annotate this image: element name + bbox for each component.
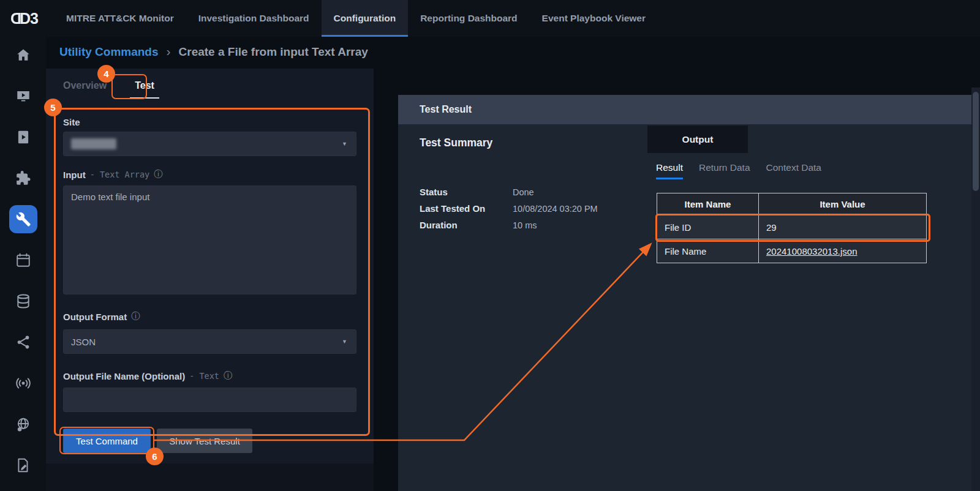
top-nav-items: MITRE ATT&CK Monitor Investigation Dashb… bbox=[54, 0, 658, 37]
table-row-file-id: File ID 29 bbox=[657, 216, 927, 239]
monitor-play-icon bbox=[15, 88, 31, 104]
duration-label: Duration bbox=[420, 220, 513, 230]
page-title: Create a File from input Text Array bbox=[179, 45, 368, 59]
subtab-context-data[interactable]: Context Data bbox=[766, 162, 821, 179]
vertical-scrollbar-thumb[interactable] bbox=[973, 92, 979, 191]
sidebar-item-database[interactable] bbox=[9, 287, 37, 315]
tab-test[interactable]: Test bbox=[130, 77, 159, 99]
file-id-name-cell: File ID bbox=[657, 216, 759, 239]
tab-output[interactable]: Output bbox=[647, 126, 748, 153]
globe-user-icon bbox=[15, 416, 31, 432]
output-file-name-input[interactable] bbox=[63, 388, 356, 412]
d3-logo-flipped-d: D bbox=[11, 10, 21, 28]
command-config-panel: Overview Test Site ▼ Input - Text Array … bbox=[46, 69, 374, 491]
output-format-dropdown[interactable]: JSON ▼ bbox=[63, 329, 356, 354]
sidebar-item-home[interactable] bbox=[9, 41, 37, 69]
col-item-name: Item Name bbox=[657, 193, 759, 216]
nav-configuration[interactable]: Configuration bbox=[322, 0, 409, 37]
test-result-header: Test Result bbox=[398, 95, 980, 124]
last-tested-on-value: 10/08/2024 03:20 PM bbox=[513, 204, 598, 214]
file-id-value-cell: 29 bbox=[759, 216, 927, 239]
nav-mitre-attack-monitor[interactable]: MITRE ATT&CK Monitor bbox=[54, 0, 186, 37]
site-value-redacted bbox=[71, 138, 116, 149]
breadcrumb-utility-commands[interactable]: Utility Commands bbox=[59, 45, 159, 59]
file-name-name-cell: File Name bbox=[657, 239, 759, 263]
breadcrumb-chevron-icon: › bbox=[167, 44, 171, 59]
sidebar-item-globe-user[interactable] bbox=[9, 410, 37, 438]
d3-logo-text: D3 bbox=[20, 10, 38, 27]
breadcrumb: Utility Commands › Create a File from in… bbox=[46, 37, 368, 67]
output-file-name-label: Output File Name (Optional) - Text ⓘ bbox=[63, 370, 356, 381]
info-icon[interactable]: ⓘ bbox=[131, 311, 140, 322]
output-format-label: Output Format ⓘ bbox=[63, 311, 356, 322]
table-row-file-name: File Name 20241008032013.json bbox=[657, 239, 927, 263]
sidebar-item-calendar[interactable] bbox=[9, 246, 37, 274]
subtab-return-data[interactable]: Return Data bbox=[699, 162, 750, 179]
output-sub-tabs: Result Return Data Context Data bbox=[656, 162, 821, 179]
sidebar-item-monitor[interactable] bbox=[9, 82, 37, 110]
sidebar-item-integrations[interactable] bbox=[9, 164, 37, 192]
sidebar-item-share[interactable] bbox=[9, 328, 37, 356]
status-label: Status bbox=[420, 187, 513, 197]
edit-document-icon bbox=[15, 457, 31, 473]
command-tabs: Overview Test bbox=[58, 77, 159, 101]
file-download-link[interactable]: 20241008032013.json bbox=[766, 246, 857, 257]
database-icon bbox=[15, 293, 31, 309]
form-footer-strip bbox=[46, 463, 374, 491]
output-file-name-label-text: Output File Name (Optional) bbox=[63, 371, 185, 381]
input-label-text: Input bbox=[63, 170, 86, 180]
share-nodes-icon bbox=[15, 334, 31, 350]
form-actions: Test Command Show Test Result bbox=[63, 429, 356, 453]
nav-event-playbook-viewer[interactable]: Event Playbook Viewer bbox=[530, 0, 658, 37]
status-value: Done bbox=[513, 187, 598, 197]
puzzle-icon bbox=[15, 170, 31, 186]
file-name-value-cell: 20241008032013.json bbox=[759, 239, 927, 263]
output-file-name-type-hint: - Text bbox=[189, 371, 219, 381]
app-window: DD3 MITRE ATT&CK Monitor Investigation D… bbox=[0, 0, 980, 491]
input-label: Input - Text Array ⓘ bbox=[63, 169, 356, 180]
test-form: Site ▼ Input - Text Array ⓘ Demo text fi… bbox=[63, 116, 356, 453]
test-result-title: Test Result bbox=[420, 104, 472, 115]
test-summary-rows: Status Done Last Tested On 10/08/2024 03… bbox=[420, 187, 598, 230]
video-file-icon bbox=[15, 129, 31, 145]
sidebar-item-utility-commands[interactable] bbox=[9, 205, 37, 233]
info-icon[interactable]: ⓘ bbox=[224, 370, 232, 381]
chevron-down-icon: ▼ bbox=[342, 141, 347, 147]
calendar-icon bbox=[15, 252, 31, 268]
nav-investigation-dashboard[interactable]: Investigation Dashboard bbox=[186, 0, 322, 37]
output-format-label-text: Output Format bbox=[63, 312, 127, 322]
last-tested-on-label: Last Tested On bbox=[420, 203, 513, 214]
col-item-value: Item Value bbox=[759, 193, 927, 216]
nav-reporting-dashboard[interactable]: Reporting Dashboard bbox=[408, 0, 529, 37]
result-table: Item Name Item Value File ID 29 File Nam… bbox=[657, 193, 927, 263]
home-icon bbox=[15, 47, 31, 63]
test-result-panel: Test Result Test Summary Status Done Las… bbox=[398, 95, 980, 491]
output-format-value: JSON bbox=[71, 337, 96, 347]
input-textarea[interactable]: Demo text file input bbox=[63, 186, 356, 294]
broadcast-icon bbox=[15, 375, 31, 391]
sidebar-item-edit-document[interactable] bbox=[9, 451, 37, 479]
vertical-scrollbar-track[interactable] bbox=[971, 88, 980, 491]
result-table-header-row: Item Name Item Value bbox=[657, 193, 927, 216]
site-dropdown[interactable]: ▼ bbox=[63, 132, 356, 156]
subtab-result[interactable]: Result bbox=[656, 162, 683, 179]
site-label-text: Site bbox=[63, 117, 80, 127]
icon-sidebar bbox=[0, 37, 46, 491]
tools-icon bbox=[15, 211, 31, 227]
show-test-result-button[interactable]: Show Test Result bbox=[157, 429, 252, 453]
duration-value: 10 ms bbox=[513, 220, 598, 230]
chevron-down-icon: ▼ bbox=[342, 339, 347, 345]
sidebar-item-broadcast[interactable] bbox=[9, 369, 37, 397]
info-icon[interactable]: ⓘ bbox=[154, 169, 162, 180]
sidebar-item-video-file[interactable] bbox=[9, 123, 37, 151]
site-label: Site bbox=[63, 116, 356, 127]
test-command-button[interactable]: Test Command bbox=[63, 429, 151, 453]
tab-overview[interactable]: Overview bbox=[58, 77, 111, 97]
top-nav: DD3 MITRE ATT&CK Monitor Investigation D… bbox=[0, 0, 980, 37]
input-type-hint: - Text Array bbox=[90, 170, 150, 179]
test-summary-title: Test Summary bbox=[420, 137, 492, 149]
d3-logo[interactable]: DD3 bbox=[11, 10, 38, 28]
